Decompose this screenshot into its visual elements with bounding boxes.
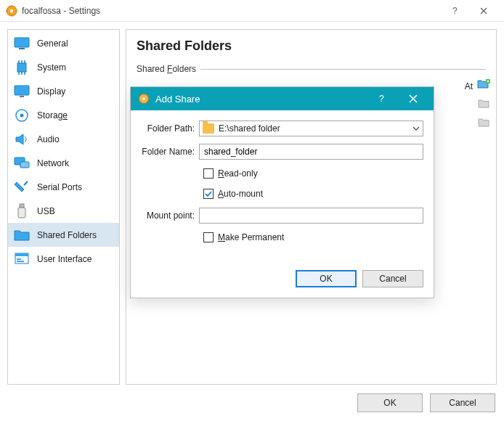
folder-actions-toolbar bbox=[473, 75, 495, 129]
dialog-help-button[interactable]: ? bbox=[365, 87, 397, 110]
panel-header: Shared Folders bbox=[126, 30, 496, 61]
folder-path-value: E:\shared folder bbox=[219, 123, 410, 134]
settings-buttons: OK Cancel bbox=[357, 393, 495, 412]
window-titlebar: focalfossa - Settings ? bbox=[0, 0, 504, 22]
add-share-dialog: Add Share ? Folder Path: E:\shared folde… bbox=[130, 86, 434, 298]
settings-ok-button[interactable]: OK bbox=[357, 393, 423, 412]
monitor-icon bbox=[14, 36, 30, 52]
sidebar-item-label: USB bbox=[37, 205, 55, 216]
column-header-at: At bbox=[465, 81, 473, 91]
mount-point-input[interactable] bbox=[199, 208, 423, 224]
group-header: Shared Folders bbox=[126, 61, 496, 75]
svg-rect-26 bbox=[17, 258, 21, 260]
label-folder-name: Folder Name: bbox=[141, 147, 199, 157]
svg-rect-16 bbox=[15, 86, 29, 95]
chevron-down-icon bbox=[410, 126, 423, 131]
window-title: focalfossa - Settings bbox=[22, 6, 100, 16]
label-folder-path: Folder Path: bbox=[141, 123, 199, 134]
svg-rect-23 bbox=[18, 208, 25, 218]
settings-sidebar: General System Display Storage Audio Net… bbox=[7, 29, 120, 385]
close-button[interactable] bbox=[469, 0, 498, 22]
sidebar-item-system[interactable]: System bbox=[8, 55, 119, 79]
help-button[interactable]: ? bbox=[440, 0, 469, 22]
svg-rect-27 bbox=[17, 261, 24, 262]
svg-point-1 bbox=[10, 9, 13, 12]
sidebar-item-label: General bbox=[37, 38, 68, 49]
svg-rect-9 bbox=[17, 63, 26, 72]
chip-icon bbox=[14, 60, 30, 75]
folder-path-dropdown[interactable]: E:\shared folder bbox=[199, 120, 423, 136]
label-read-only: Read-only bbox=[218, 168, 258, 179]
sidebar-item-display[interactable]: Display bbox=[8, 79, 119, 103]
serial-icon bbox=[14, 179, 30, 195]
sidebar-item-audio[interactable]: Audio bbox=[8, 127, 119, 151]
remove-folder-button[interactable] bbox=[476, 115, 491, 129]
svg-rect-8 bbox=[19, 48, 25, 49]
sidebar-item-label: User Interface bbox=[37, 253, 92, 264]
checkbox-read-only[interactable] bbox=[203, 168, 214, 179]
checkbox-make-permanent[interactable] bbox=[203, 232, 214, 242]
svg-rect-17 bbox=[20, 96, 24, 97]
sidebar-item-serial[interactable]: Serial Ports bbox=[8, 175, 119, 199]
dialog-cancel-button[interactable]: Cancel bbox=[362, 270, 423, 287]
svg-rect-25 bbox=[15, 253, 28, 256]
add-folder-button[interactable] bbox=[476, 77, 491, 91]
app-icon bbox=[6, 5, 17, 17]
usb-icon bbox=[14, 203, 30, 219]
svg-text:?: ? bbox=[379, 94, 384, 104]
sidebar-item-network[interactable]: Network bbox=[8, 151, 119, 175]
sidebar-item-label: Audio bbox=[37, 134, 60, 144]
dialog-ok-button[interactable]: OK bbox=[296, 270, 357, 287]
sidebar-item-label: Network bbox=[37, 158, 69, 168]
sidebar-item-usb[interactable]: USB bbox=[8, 199, 119, 223]
folder-name-input[interactable] bbox=[199, 144, 423, 160]
speaker-icon bbox=[14, 131, 30, 147]
svg-rect-7 bbox=[15, 38, 29, 47]
network-icon bbox=[14, 155, 30, 171]
sidebar-item-label: Shared Folders bbox=[37, 229, 97, 240]
label-make-permanent: Make Permanent bbox=[218, 232, 284, 242]
panel-title: Shared Folders bbox=[137, 38, 486, 54]
disk-icon bbox=[14, 107, 30, 123]
sidebar-item-label: System bbox=[37, 62, 66, 73]
gear-icon bbox=[138, 93, 150, 105]
sidebar-item-storage[interactable]: Storage bbox=[8, 103, 119, 127]
label-mount-point: Mount point: bbox=[141, 210, 199, 221]
group-label: Shared Folders bbox=[137, 64, 196, 74]
folder-icon bbox=[203, 123, 214, 134]
svg-point-30 bbox=[142, 97, 145, 100]
sidebar-item-shared-folders[interactable]: Shared Folders bbox=[8, 223, 119, 247]
sidebar-item-label: Serial Ports bbox=[37, 181, 82, 192]
sidebar-item-label: Storage bbox=[37, 110, 68, 120]
checkbox-auto-mount[interactable] bbox=[203, 189, 214, 199]
display-icon bbox=[14, 83, 30, 99]
sidebar-item-ui[interactable]: User Interface bbox=[8, 247, 119, 271]
ui-icon bbox=[14, 251, 30, 267]
edit-folder-button[interactable] bbox=[476, 96, 491, 110]
svg-point-19 bbox=[20, 113, 24, 117]
svg-text:?: ? bbox=[452, 6, 458, 16]
label-auto-mount: Auto-mount bbox=[218, 189, 263, 199]
dialog-buttons: OK Cancel bbox=[141, 250, 423, 287]
folder-icon bbox=[14, 227, 30, 243]
svg-rect-21 bbox=[20, 162, 29, 168]
sidebar-item-label: Display bbox=[37, 86, 65, 97]
divider bbox=[200, 69, 486, 70]
sidebar-item-general[interactable]: General bbox=[8, 31, 119, 55]
settings-cancel-button[interactable]: Cancel bbox=[430, 393, 495, 412]
dialog-title: Add Share bbox=[155, 94, 200, 105]
svg-rect-22 bbox=[20, 204, 24, 208]
dialog-close-button[interactable] bbox=[397, 87, 429, 110]
dialog-titlebar: Add Share ? bbox=[131, 87, 434, 110]
